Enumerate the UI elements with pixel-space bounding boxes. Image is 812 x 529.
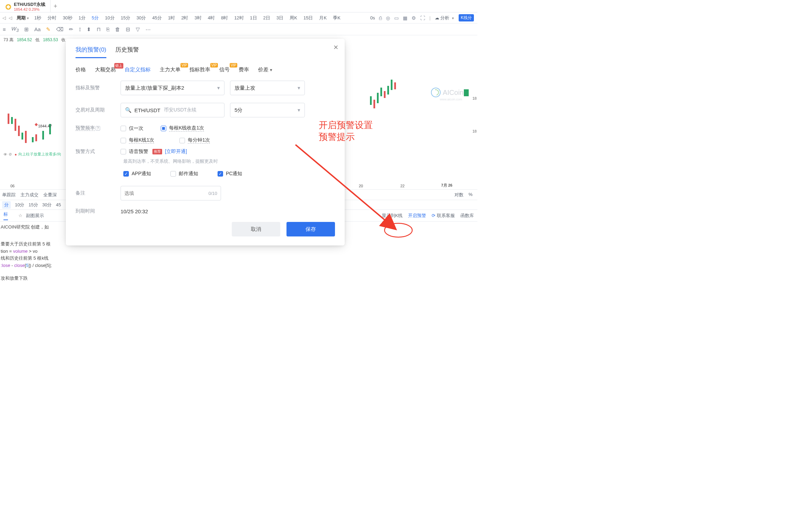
save-button[interactable]: 保存 <box>286 222 335 236</box>
bt-track[interactable]: 单跟踪 <box>2 192 16 198</box>
window-icon[interactable]: ▭ <box>394 15 399 21</box>
period-1s[interactable]: 1秒 <box>33 14 43 22</box>
period-15m[interactable]: 15分 <box>120 14 132 22</box>
measure-tool-icon[interactable]: ⬍ <box>87 26 91 33</box>
period-30s[interactable]: 30秒 <box>61 14 73 22</box>
chk-per-min[interactable]: 每分钟1次 <box>179 137 210 144</box>
period-1h[interactable]: 1时 <box>167 14 176 22</box>
eye-off-icon[interactable]: ⊘ <box>9 152 12 156</box>
int-45[interactable]: 45 <box>56 202 61 207</box>
chk-once[interactable]: 仅一次 <box>121 125 143 132</box>
period-12h[interactable]: 12时 <box>233 14 245 22</box>
period-10m[interactable]: 10分 <box>104 14 116 22</box>
period-3h[interactable]: 3时 <box>193 14 203 22</box>
camera-icon[interactable]: ⎙ <box>379 15 382 21</box>
lines-tool-icon[interactable]: ≡ <box>3 26 6 32</box>
text-tool-icon[interactable]: Aa <box>34 26 41 32</box>
st-price[interactable]: 价格 <box>76 66 86 73</box>
settings-icon[interactable]: ⚙ <box>412 15 416 21</box>
bt-pct[interactable]: % <box>468 192 473 198</box>
st-fee[interactable]: 费率 <box>239 66 249 73</box>
speed-label[interactable]: 0s <box>370 15 375 20</box>
period-2h[interactable]: 2时 <box>180 14 189 22</box>
kline-mode-button[interactable]: K线分 <box>459 14 474 21</box>
grid-icon[interactable]: ▦ <box>403 15 407 21</box>
period-2d[interactable]: 2日 <box>262 14 272 22</box>
subplot-toggle[interactable]: 副图展示 <box>26 213 44 219</box>
chk-pc[interactable]: PC通知 <box>218 171 242 177</box>
label-method: 预警方式 <box>76 149 121 155</box>
st-main[interactable]: 主力大单VIP <box>160 66 180 73</box>
chk-voice[interactable]: 语音预警 推荐 [立即开通] <box>121 149 187 155</box>
int-30[interactable]: 30分 <box>42 202 52 208</box>
chk-per-close[interactable]: 每根K线收盘1次 <box>161 125 204 132</box>
st-signal[interactable]: 信号VIP <box>219 66 230 73</box>
st-bigdeal[interactable]: 大额交易链上 <box>95 66 116 73</box>
bt-log[interactable]: 对数 <box>454 192 464 198</box>
period-1d[interactable]: 1日 <box>249 14 258 22</box>
period-5m[interactable]: 5分 <box>90 14 100 22</box>
pin-tool-icon[interactable]: ⊟ <box>126 26 130 33</box>
period-4h[interactable]: 4时 <box>206 14 216 22</box>
wave-tool-icon[interactable]: W3 <box>11 26 19 33</box>
symbol-tab[interactable]: ETH/USDT永续 1854.42 0.29% <box>2 0 51 12</box>
period-15d[interactable]: 15日 <box>302 14 314 22</box>
select-condition[interactable]: 放量上攻▾ <box>230 81 305 95</box>
select-indicator[interactable]: 放量上攻/放量下探_副本2▾ <box>121 81 224 95</box>
brush-tool-icon[interactable]: ✏ <box>69 26 73 33</box>
chk-per-k[interactable]: 每根K线1次 <box>121 137 154 144</box>
bt-depth[interactable]: 全量深 <box>43 192 57 198</box>
more-tool-icon[interactable]: ⋯ <box>145 26 151 33</box>
contact-support-button[interactable]: ⟳ 联系客服 <box>432 213 455 219</box>
show-on-k-button[interactable]: 显示到K线 <box>382 213 403 219</box>
expand-icon[interactable]: ⛶ <box>420 15 425 21</box>
edit-tool-icon[interactable]: ✎ <box>46 26 51 33</box>
st-spread[interactable]: 价差▼ <box>258 66 273 73</box>
bt-main[interactable]: 主力成交 <box>20 192 38 198</box>
nav-back2-icon[interactable]: ◁ <box>8 15 13 20</box>
period-8h[interactable]: 8时 <box>220 14 229 22</box>
period-qr[interactable]: 季K <box>332 14 342 22</box>
indicator-label[interactable]: 👁 ⊘ ●向上柱子放量上攻看多/向 <box>3 152 61 157</box>
star-icon[interactable]: ☆ <box>18 213 23 218</box>
target-icon[interactable]: ◎ <box>386 15 390 21</box>
eye-icon[interactable]: 👁 <box>3 152 7 156</box>
int-10[interactable]: 10分 <box>15 202 24 208</box>
period-45m[interactable]: 45分 <box>151 14 163 22</box>
trash-tool-icon[interactable]: 🗑 <box>115 26 120 32</box>
add-tool-icon[interactable]: ⊞ <box>24 26 29 33</box>
input-pair[interactable]: 🔍 ETH/USDT 币安USDT永续 <box>121 103 224 117</box>
function-lib-button[interactable]: 函数库 <box>460 213 474 219</box>
period-3d[interactable]: 3日 <box>275 14 285 22</box>
fib-tool-icon[interactable]: ⊓ <box>97 26 101 33</box>
add-tab-button[interactable]: + <box>51 0 60 12</box>
period-1m[interactable]: 1分 <box>77 14 87 22</box>
remark-input[interactable]: 0/10 <box>121 186 221 200</box>
open-alert-button[interactable]: 开启预警 <box>408 213 426 219</box>
tab-my-alerts[interactable]: 我的预警(0) <box>76 46 106 58</box>
st-custom[interactable]: 自定义指标 <box>125 66 151 73</box>
select-period[interactable]: 5分▾ <box>230 103 305 117</box>
period-wk[interactable]: 周K <box>288 14 299 22</box>
close-icon[interactable]: ✕ <box>333 44 338 51</box>
int-15[interactable]: 15分 <box>28 202 38 208</box>
ruler-tool-icon[interactable]: ⟟ <box>79 26 81 33</box>
period-30m[interactable]: 30分 <box>135 14 147 22</box>
filter-tool-icon[interactable]: ▽ <box>136 26 140 33</box>
analysis-dropdown[interactable]: ☁ 分析 ▼ <box>435 15 454 21</box>
nav-back-icon[interactable]: ◁ <box>1 15 7 20</box>
script-tab-ind[interactable]: 标 <box>3 211 8 220</box>
int-active[interactable]: 分 <box>2 201 11 209</box>
cancel-button[interactable]: 取消 <box>232 222 280 236</box>
link-open-now[interactable]: [立即开通] <box>165 149 187 155</box>
annotation-text: 开启预警设置 预警提示 <box>319 119 373 143</box>
chk-app[interactable]: APP通知 <box>123 171 151 177</box>
tab-history-alerts[interactable]: 历史预警 <box>115 46 139 58</box>
st-winrate[interactable]: 指标胜率VIP <box>189 66 210 73</box>
chk-mail[interactable]: 邮件通知 <box>170 171 198 177</box>
eraser-tool-icon[interactable]: ⌫ <box>56 26 63 33</box>
copy-tool-icon[interactable]: ⎘ <box>106 26 109 32</box>
period-tick[interactable]: 分时 <box>46 14 58 22</box>
period-mo[interactable]: 月K <box>318 14 328 22</box>
remark-field[interactable] <box>124 190 209 196</box>
